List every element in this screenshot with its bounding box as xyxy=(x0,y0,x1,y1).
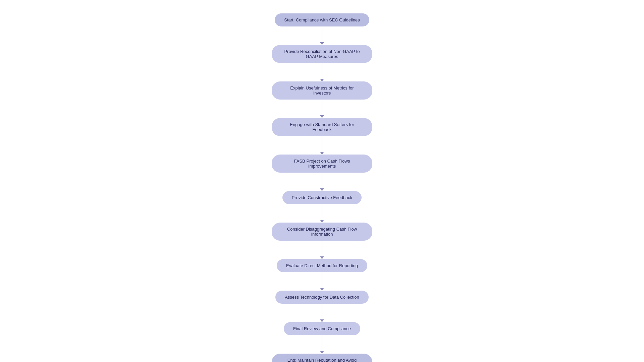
node-end: End: Maintain Reputation and Avoid Penal… xyxy=(272,354,372,362)
arrow-3 xyxy=(320,136,324,155)
arrow-5 xyxy=(320,204,324,223)
arrow-head-4 xyxy=(320,188,324,191)
node-evaluate-direct: Evaluate Direct Method for Reporting xyxy=(277,259,367,272)
arrow-head-5 xyxy=(320,220,324,223)
arrow-line-5 xyxy=(322,204,322,220)
node-fasb-project: FASB Project on Cash Flows Improvements xyxy=(272,155,372,173)
arrow-head-0 xyxy=(320,42,324,45)
node-explain-usefulness: Explain Usefulness of Metrics for Invest… xyxy=(272,81,372,100)
arrow-8 xyxy=(320,304,324,322)
arrow-4 xyxy=(320,173,324,191)
arrow-head-6 xyxy=(320,256,324,259)
arrow-9 xyxy=(320,335,324,354)
node-final-review: Final Review and Compliance xyxy=(284,322,360,335)
arrow-head-1 xyxy=(320,79,324,81)
arrow-6 xyxy=(320,241,324,259)
arrow-line-2 xyxy=(322,100,322,115)
arrow-head-9 xyxy=(320,351,324,354)
arrow-head-3 xyxy=(320,152,324,155)
arrow-0 xyxy=(320,26,324,45)
arrow-line-1 xyxy=(322,63,322,79)
node-constructive-feedback: Provide Constructive Feedback xyxy=(282,191,362,204)
arrow-line-3 xyxy=(322,136,322,152)
arrow-line-8 xyxy=(322,304,322,319)
arrow-line-9 xyxy=(322,335,322,351)
arrow-line-4 xyxy=(322,173,322,188)
node-assess-technology: Assess Technology for Data Collection xyxy=(275,291,369,304)
arrow-head-2 xyxy=(320,115,324,118)
arrow-line-7 xyxy=(322,272,322,288)
node-engage-standard: Engage with Standard Setters for Feedbac… xyxy=(272,118,372,136)
arrow-head-8 xyxy=(320,319,324,322)
flowchart: Start: Compliance with SEC GuidelinesPro… xyxy=(238,7,406,362)
node-start: Start: Compliance with SEC Guidelines xyxy=(275,13,369,26)
node-disaggregating: Consider Disaggregating Cash Flow Inform… xyxy=(272,223,372,241)
node-reconciliation: Provide Reconciliation of Non-GAAP to GA… xyxy=(272,45,372,63)
arrow-head-7 xyxy=(320,288,324,291)
arrow-line-0 xyxy=(322,26,322,42)
arrow-2 xyxy=(320,100,324,118)
arrow-1 xyxy=(320,63,324,81)
arrow-7 xyxy=(320,272,324,291)
arrow-line-6 xyxy=(322,241,322,256)
